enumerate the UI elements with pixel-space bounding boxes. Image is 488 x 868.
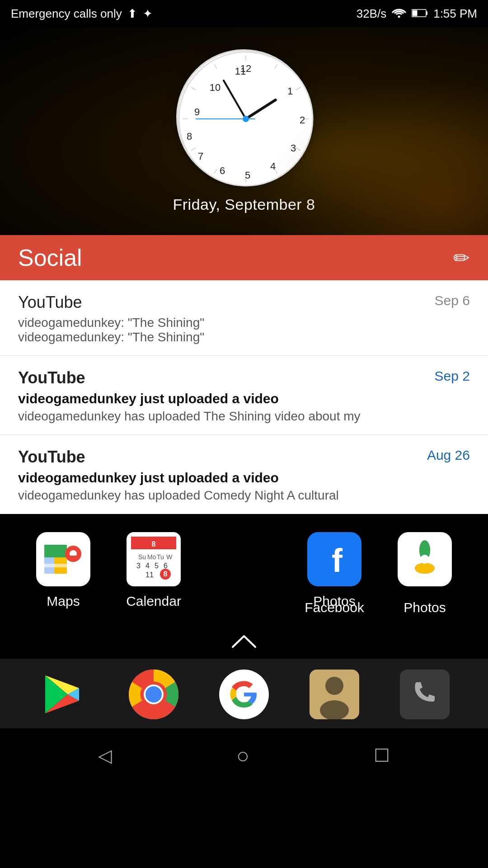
app-dock: Maps 8 Su Mo Tu W 3 4 5 bbox=[0, 514, 488, 629]
notif-body: videogamedunkey has uploaded Comedy Nigh… bbox=[18, 488, 470, 503]
svg-rect-37 bbox=[44, 564, 77, 567]
upload-icon: ⬆ bbox=[127, 7, 137, 21]
app-photos[interactable]: Photos bbox=[384, 532, 465, 609]
time-display: 1:55 PM bbox=[433, 7, 477, 21]
svg-text:8: 8 bbox=[187, 131, 192, 142]
back-button[interactable]: ◁ bbox=[98, 745, 112, 766]
chrome-icon bbox=[129, 670, 178, 719]
recent-button[interactable]: ☐ bbox=[374, 745, 390, 766]
notif-app-name: YouTube bbox=[18, 293, 82, 312]
notif-header: YouTube Aug 26 bbox=[18, 448, 470, 467]
svg-text:7: 7 bbox=[198, 151, 203, 162]
photos-label2: Photos bbox=[384, 600, 465, 615]
svg-text:6: 6 bbox=[220, 165, 225, 176]
status-right: 32B/s 1:55 PM bbox=[357, 7, 477, 21]
svg-text:f: f bbox=[332, 542, 343, 579]
google-icon bbox=[219, 670, 269, 719]
app-chrome[interactable] bbox=[117, 670, 190, 719]
svg-text:11: 11 bbox=[235, 66, 246, 77]
clock-area: 12 1 2 3 4 5 6 7 8 9 10 11 Friday, Septe… bbox=[0, 27, 488, 235]
svg-text:4: 4 bbox=[145, 562, 150, 570]
svg-point-32 bbox=[243, 116, 249, 122]
emergency-calls-text: Emergency calls only bbox=[11, 7, 122, 21]
notif-title: videogamedunkey just uploaded a video bbox=[18, 470, 470, 486]
app-calendar[interactable]: 8 Su Mo Tu W 3 4 5 6 11 8 Calendar bbox=[113, 532, 194, 609]
svg-text:6: 6 bbox=[164, 562, 168, 570]
bottom-nav bbox=[0, 659, 488, 728]
photos-icon bbox=[398, 532, 452, 586]
svg-point-77 bbox=[325, 677, 343, 695]
notification-item[interactable]: YouTube Sep 2 videogamedunkey just uploa… bbox=[0, 356, 488, 435]
status-left: Emergency calls only ⬆ ✦ bbox=[11, 7, 153, 21]
system-nav: ◁ ○ ☐ bbox=[0, 728, 488, 783]
svg-rect-3 bbox=[413, 10, 418, 16]
play-store-icon bbox=[38, 670, 88, 719]
svg-text:5: 5 bbox=[245, 170, 250, 181]
notif-body-line1: videogamedunkey: "The Shining" bbox=[18, 316, 470, 330]
notif-app-name: YouTube bbox=[18, 368, 85, 387]
calendar-label2 bbox=[113, 600, 194, 615]
svg-point-63 bbox=[415, 563, 435, 574]
svg-text:2: 2 bbox=[300, 114, 305, 126]
home-button[interactable]: ○ bbox=[236, 743, 249, 768]
svg-text:3: 3 bbox=[136, 562, 141, 570]
app-facebook[interactable]: f Photos bbox=[294, 532, 375, 609]
facebook-icon: f bbox=[307, 532, 361, 586]
dock-row: Maps 8 Su Mo Tu W 3 4 5 bbox=[18, 532, 470, 609]
notif-body: videogamedunkey has uploaded The Shining… bbox=[18, 409, 470, 424]
svg-point-74 bbox=[145, 686, 162, 703]
app-play[interactable] bbox=[27, 670, 99, 719]
clock-date: Friday, September 8 bbox=[173, 196, 315, 213]
social-title: Social bbox=[18, 244, 82, 271]
facebook-label2: Facebook bbox=[294, 600, 375, 615]
svg-text:1: 1 bbox=[287, 85, 293, 97]
calendar-icon: 8 Su Mo Tu W 3 4 5 6 11 8 bbox=[127, 532, 181, 586]
notif-header: YouTube Sep 6 bbox=[18, 293, 470, 312]
app-google[interactable] bbox=[208, 670, 280, 719]
edit-icon[interactable]: ✏ bbox=[453, 246, 470, 269]
svg-text:8: 8 bbox=[152, 540, 156, 548]
notif-app-name: YouTube bbox=[18, 448, 85, 467]
network-speed: 32B/s bbox=[357, 7, 387, 21]
wifi-icon bbox=[392, 7, 406, 21]
empty-label bbox=[203, 600, 285, 615]
notifications-list: YouTube Sep 6 videogamedunkey: "The Shin… bbox=[0, 280, 488, 514]
app-contacts[interactable] bbox=[298, 670, 371, 719]
signal-icon: ✦ bbox=[143, 7, 153, 21]
svg-text:5: 5 bbox=[155, 562, 159, 570]
notif-title: videogamedunkey just uploaded a video bbox=[18, 391, 470, 406]
svg-text:Tu: Tu bbox=[157, 553, 164, 561]
notification-item[interactable]: YouTube Sep 6 videogamedunkey: "The Shin… bbox=[0, 280, 488, 356]
chevron-up-area[interactable] bbox=[0, 629, 488, 659]
svg-text:11: 11 bbox=[145, 571, 154, 579]
notification-item[interactable]: YouTube Aug 26 videogamedunkey just uplo… bbox=[0, 435, 488, 514]
svg-text:W: W bbox=[166, 553, 173, 561]
svg-rect-2 bbox=[426, 11, 427, 15]
social-header: Social ✏ bbox=[0, 235, 488, 280]
svg-text:9: 9 bbox=[194, 106, 200, 118]
svg-point-78 bbox=[320, 700, 349, 719]
svg-text:Mo: Mo bbox=[147, 553, 156, 561]
analog-clock: 12 1 2 3 4 5 6 7 8 9 10 11 bbox=[176, 49, 312, 185]
contacts-icon bbox=[310, 670, 359, 719]
svg-text:4: 4 bbox=[270, 160, 276, 172]
app-maps[interactable]: Maps bbox=[23, 532, 104, 609]
notif-body-line2: videogamedunkey: "The Shining" bbox=[18, 330, 470, 344]
svg-text:3: 3 bbox=[291, 142, 296, 154]
svg-point-64 bbox=[420, 555, 429, 564]
svg-rect-35 bbox=[44, 545, 67, 557]
svg-text:10: 10 bbox=[210, 82, 221, 93]
battery-icon bbox=[412, 7, 428, 21]
maps-icon bbox=[36, 532, 90, 586]
svg-text:Su: Su bbox=[138, 553, 146, 561]
svg-text:8: 8 bbox=[164, 570, 168, 578]
notif-date: Sep 6 bbox=[435, 293, 470, 308]
maps-label2 bbox=[23, 600, 104, 615]
notif-date: Sep 2 bbox=[435, 368, 470, 384]
phone-icon bbox=[400, 670, 450, 719]
svg-point-0 bbox=[398, 15, 400, 18]
notif-header: YouTube Sep 2 bbox=[18, 368, 470, 387]
notif-date: Aug 26 bbox=[427, 448, 470, 463]
status-bar: Emergency calls only ⬆ ✦ 32B/s 1:55 PM bbox=[0, 0, 488, 27]
app-phone[interactable] bbox=[389, 670, 461, 719]
